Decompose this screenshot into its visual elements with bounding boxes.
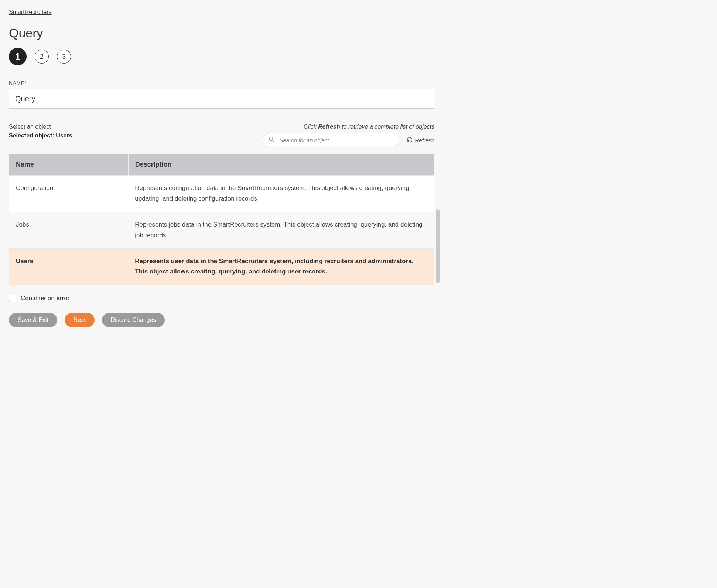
cell-description: Represents user data in the SmartRecruit… <box>128 248 434 285</box>
continue-on-error-checkbox[interactable] <box>9 295 16 302</box>
name-field-label: NAME* <box>9 80 434 86</box>
scrollbar[interactable] <box>436 180 440 285</box>
hint-strong: Refresh <box>318 123 340 130</box>
next-button[interactable]: Next <box>65 313 95 327</box>
selected-object-prefix: Selected object: <box>9 132 56 139</box>
select-object-label: Select an object <box>9 123 219 130</box>
hint-suffix: to retrieve a complete list of objects <box>340 123 434 130</box>
search-icon <box>269 136 274 144</box>
objects-table: Name Description ConfigurationRepresents… <box>9 154 434 285</box>
stepper: 1 2 3 <box>9 48 434 65</box>
refresh-hint: Click Refresh to retrieve a complete lis… <box>225 123 434 130</box>
selected-object-value: Users <box>56 132 72 139</box>
step-2[interactable]: 2 <box>35 50 49 64</box>
continue-on-error-row[interactable]: Continue on error <box>9 295 434 302</box>
refresh-icon <box>407 137 413 144</box>
cell-name: Jobs <box>9 212 128 248</box>
cell-description: Represents jobs data in the SmartRecruit… <box>128 212 434 248</box>
cell-description: Represents configuration data in the Sma… <box>128 176 434 212</box>
discard-button[interactable]: Discard Changes <box>102 313 165 327</box>
continue-on-error-label: Continue on error <box>21 295 69 302</box>
name-label-text: NAME <box>9 80 24 86</box>
svg-point-0 <box>269 137 273 140</box>
hint-prefix: Click <box>304 123 318 130</box>
breadcrumb-smartrecruiters[interactable]: SmartRecruiters <box>9 9 52 16</box>
svg-line-1 <box>273 140 274 142</box>
scrollbar-thumb[interactable] <box>436 209 440 283</box>
search-input[interactable] <box>263 133 399 147</box>
selected-object-text: Selected object: Users <box>9 132 219 139</box>
save-exit-button[interactable]: Save & Exit <box>9 313 57 327</box>
col-header-name[interactable]: Name <box>9 154 128 176</box>
refresh-label: Refresh <box>415 137 434 143</box>
required-marker: * <box>24 80 27 86</box>
cell-name: Configuration <box>9 176 128 212</box>
table-row[interactable]: UsersRepresents user data in the SmartRe… <box>9 248 434 285</box>
step-connector <box>27 57 35 57</box>
col-header-description[interactable]: Description <box>128 154 434 176</box>
name-input[interactable] <box>9 89 434 109</box>
table-row[interactable]: JobsRepresents jobs data in the SmartRec… <box>9 212 434 248</box>
step-connector <box>49 57 57 57</box>
table-row[interactable]: ConfigurationRepresents configuration da… <box>9 176 434 212</box>
refresh-button[interactable]: Refresh <box>407 137 434 144</box>
step-3[interactable]: 3 <box>57 50 71 64</box>
page-title: Query <box>9 26 434 40</box>
step-1[interactable]: 1 <box>9 48 27 65</box>
cell-name: Users <box>9 248 128 285</box>
